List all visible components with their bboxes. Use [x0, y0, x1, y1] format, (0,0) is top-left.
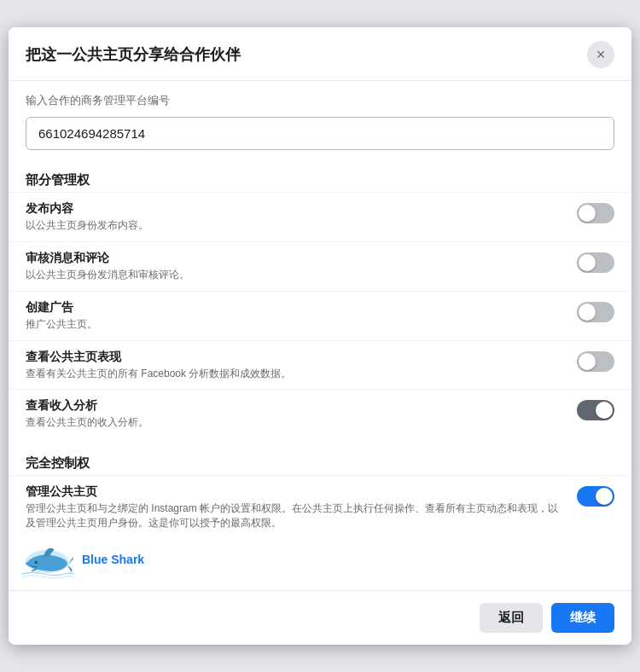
permission-title-ads: 创建广告 [26, 300, 563, 316]
toggle-manage[interactable] [577, 486, 614, 507]
dialog-footer: 返回 继续 [9, 590, 631, 645]
toggle-ads[interactable] [577, 302, 614, 322]
input-section: 输入合作的商务管理平台编号 [9, 81, 631, 162]
permission-desc-publish: 以公共主页身份发布内容。 [26, 218, 563, 233]
permission-title-insights: 查看公共主页表现 [26, 350, 563, 365]
permission-item-ads: 创建广告 推广公共主页。 [9, 291, 631, 340]
permission-desc-insights: 查看有关公共主页的所有 Facebook 分析数据和成效数据。 [26, 367, 563, 381]
watermark: Blue Shark [9, 530, 153, 590]
permission-desc-ads: 推广公共主页。 [26, 317, 563, 332]
permission-item-revenue: 查看收入分析 查看公共主页的收入分析。 [9, 389, 631, 438]
toggle-revenue[interactable] [577, 400, 614, 420]
continue-button[interactable]: 继续 [551, 603, 614, 633]
permission-title-publish: 发布内容 [26, 201, 563, 217]
permission-title-revenue: 查看收入分析 [26, 398, 563, 414]
permission-desc-manage: 管理公共主页和与之绑定的 Instagram 帐户的设置和权限。在公共主页上执行… [26, 501, 563, 530]
share-dialog: 把这一公共主页分享给合作伙伴 × 输入合作的商务管理平台编号 部分管理权 发布内… [9, 27, 631, 645]
full-control-heading: 完全控制权 [9, 445, 631, 475]
svg-point-1 [35, 561, 38, 564]
close-button[interactable]: × [587, 41, 614, 68]
dialog-title: 把这一公共主页分享给合作伙伴 [26, 44, 241, 65]
blue-shark-logo [17, 536, 77, 583]
back-button[interactable]: 返回 [480, 603, 543, 633]
permission-title-manage: 管理公共主页 [26, 484, 563, 500]
permission-title-moderate: 审核消息和评论 [26, 251, 563, 266]
dialog-header: 把这一公共主页分享给合作伙伴 × [9, 27, 631, 81]
business-id-input[interactable] [26, 117, 614, 150]
toggle-insights[interactable] [577, 351, 614, 372]
permission-item-publish: 发布内容 以公共主页身份发布内容。 [9, 192, 631, 241]
toggle-moderate[interactable] [577, 252, 614, 273]
toggle-publish[interactable] [577, 203, 614, 223]
permission-desc-moderate: 以公共主页身份发消息和审核评论。 [26, 268, 563, 282]
permission-item-moderate: 审核消息和评论 以公共主页身份发消息和审核评论。 [9, 241, 631, 291]
permission-item-insights: 查看公共主页表现 查看有关公共主页的所有 Facebook 分析数据和成效数据。 [9, 340, 631, 390]
partial-control-heading: 部分管理权 [9, 162, 631, 192]
dialog-body: 输入合作的商务管理平台编号 部分管理权 发布内容 以公共主页身份发布内容。 审核… [9, 81, 631, 590]
input-label: 输入合作的商务管理平台编号 [26, 93, 614, 108]
watermark-text: Blue Shark [82, 553, 144, 566]
partial-permissions-list: 发布内容 以公共主页身份发布内容。 审核消息和评论 以公共主页身份发消息和审核评… [9, 192, 631, 438]
permission-desc-revenue: 查看公共主页的收入分析。 [26, 415, 563, 430]
